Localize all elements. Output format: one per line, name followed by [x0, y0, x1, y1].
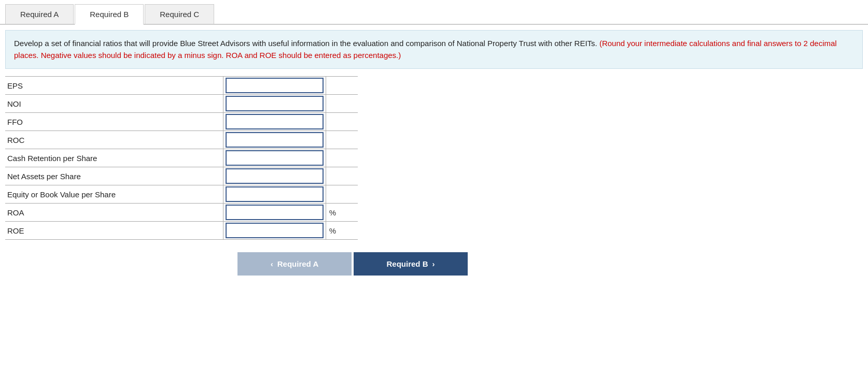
table-row: ROC [5, 131, 358, 149]
row-label: ROE [5, 222, 223, 240]
table-row: EPS [5, 77, 358, 95]
next-button[interactable]: Required B › [354, 252, 468, 276]
row-label: ROC [5, 131, 223, 149]
next-label: Required B [386, 259, 428, 268]
input-cell[interactable] [223, 95, 326, 113]
row-label: Equity or Book Value per Share [5, 185, 223, 204]
row-label: Cash Retention per Share [5, 149, 223, 167]
value-input-equity-or-book-value-per-share[interactable] [226, 186, 324, 202]
row-label: EPS [5, 77, 223, 95]
unit-cell [326, 185, 358, 204]
instruction-box: Develop a set of financial ratios that w… [5, 30, 863, 69]
input-cell[interactable] [223, 167, 326, 185]
value-input-cash-retention-per-share[interactable] [226, 150, 324, 166]
input-cell[interactable] [223, 131, 326, 149]
value-input-net-assets-per-share[interactable] [226, 168, 324, 184]
row-label: NOI [5, 95, 223, 113]
tab-required-b[interactable]: Required B [75, 4, 144, 25]
row-label: ROA [5, 204, 223, 222]
unit-cell: % [326, 222, 358, 240]
table-row: ROE% [5, 222, 358, 240]
unit-cell [326, 95, 358, 113]
prev-icon: ‹ [271, 259, 273, 268]
unit-cell [326, 149, 358, 167]
table-row: Net Assets per Share [5, 167, 358, 185]
value-input-roc[interactable] [226, 132, 324, 148]
table-row: ROA% [5, 204, 358, 222]
input-cell[interactable] [223, 204, 326, 222]
instruction-main-text: Develop a set of financial ratios that w… [14, 39, 599, 48]
value-input-noi[interactable] [226, 96, 324, 111]
value-input-ffo[interactable] [226, 114, 324, 129]
value-input-roa[interactable] [226, 205, 324, 220]
table-row: Cash Retention per Share [5, 149, 358, 167]
next-icon: › [432, 259, 435, 268]
input-cell[interactable] [223, 149, 326, 167]
row-label: FFO [5, 113, 223, 131]
unit-cell: % [326, 204, 358, 222]
nav-buttons: ‹ Required A Required B › [176, 252, 529, 276]
financial-ratios-table: EPSNOIFFOROCCash Retention per ShareNet … [5, 76, 358, 240]
prev-label: Required A [277, 259, 318, 268]
input-cell[interactable] [223, 77, 326, 95]
unit-cell [326, 77, 358, 95]
prev-button[interactable]: ‹ Required A [237, 252, 352, 276]
input-cell[interactable] [223, 113, 326, 131]
tabs-container: Required A Required B Required C [0, 0, 868, 25]
table-row: Equity or Book Value per Share [5, 185, 358, 204]
tab-required-a[interactable]: Required A [5, 4, 74, 24]
value-input-eps[interactable] [226, 78, 324, 93]
table-section: EPSNOIFFOROCCash Retention per ShareNet … [5, 76, 863, 240]
input-cell[interactable] [223, 222, 326, 240]
row-label: Net Assets per Share [5, 167, 223, 185]
tab-required-c[interactable]: Required C [145, 4, 214, 24]
input-cell[interactable] [223, 185, 326, 204]
unit-cell [326, 167, 358, 185]
unit-cell [326, 131, 358, 149]
table-row: FFO [5, 113, 358, 131]
table-row: NOI [5, 95, 358, 113]
value-input-roe[interactable] [226, 223, 324, 238]
unit-cell [326, 113, 358, 131]
